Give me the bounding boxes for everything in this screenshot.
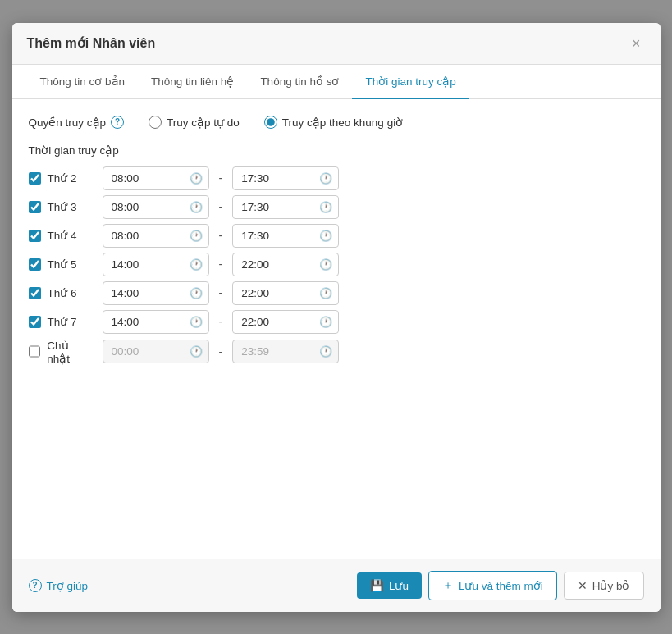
modal-footer: ? Trợ giúp 💾 Lưu ＋ Lưu và thêm mới ✕ Hủy…	[12, 559, 661, 612]
day-checkbox-thu6[interactable]	[29, 287, 41, 299]
tab-profile[interactable]: Thông tin hồ sơ	[247, 65, 352, 99]
schedule-row: Thứ 6 🕐 - 🕐	[29, 281, 644, 305]
end-time-wrap-thu7: 🕐	[232, 310, 339, 334]
day-checkbox-thu3[interactable]	[29, 201, 41, 213]
schedule-grid: Thứ 2 🕐 - 🕐 Thứ 3 🕐 - 🕐	[29, 166, 644, 365]
start-time-wrap-thu6: 🕐	[103, 281, 209, 305]
start-time-wrap-chunhat: 🕐	[103, 340, 209, 363]
start-time-wrap-thu7: 🕐	[103, 310, 209, 334]
radio-free-input[interactable]	[149, 116, 162, 129]
start-time-thu6[interactable]	[103, 281, 209, 305]
day-label-chunhat: Chủ nhật	[47, 339, 94, 365]
schedule-row: Thứ 7 🕐 - 🕐	[29, 310, 644, 334]
day-checkbox-wrap: Thứ 3	[29, 200, 94, 213]
day-checkbox-wrap: Thứ 6	[29, 286, 94, 299]
tab-basic[interactable]: Thông tin cơ bản	[27, 65, 139, 99]
schedule-row: Thứ 4 🕐 - 🕐	[29, 224, 644, 248]
day-checkbox-wrap: Thứ 4	[29, 229, 94, 242]
start-time-wrap-thu2: 🕐	[103, 166, 209, 190]
separator-chunhat: -	[219, 345, 223, 358]
close-button[interactable]: ×	[627, 34, 646, 52]
start-time-thu7[interactable]	[103, 310, 209, 334]
modal-overlay: Thêm mới Nhân viên × Thông tin cơ bản Th…	[0, 0, 672, 634]
footer-actions: 💾 Lưu ＋ Lưu và thêm mới ✕ Hủy bỏ	[357, 571, 644, 600]
help-footer-icon: ?	[29, 579, 42, 592]
tab-bar: Thông tin cơ bản Thông tin liên hệ Thông…	[12, 65, 661, 99]
start-time-thu3[interactable]	[103, 195, 209, 219]
separator-thu4: -	[219, 229, 223, 242]
save-button[interactable]: 💾 Lưu	[357, 572, 422, 599]
radio-schedule-input[interactable]	[264, 116, 277, 129]
tab-access[interactable]: Thời gian truy cập	[352, 65, 469, 99]
start-time-chunhat	[103, 340, 209, 363]
separator-thu3: -	[219, 200, 223, 213]
access-label: Quyền truy cập ?	[29, 116, 125, 129]
modal-header: Thêm mới Nhân viên ×	[12, 23, 661, 65]
end-time-thu7[interactable]	[232, 310, 339, 334]
plus-icon: ＋	[442, 578, 454, 593]
day-label-thu5: Thứ 5	[48, 258, 77, 271]
day-checkbox-chunhat[interactable]	[29, 345, 41, 358]
day-checkbox-thu7[interactable]	[29, 316, 41, 328]
day-checkbox-wrap: Chủ nhật	[29, 339, 94, 365]
start-time-wrap-thu4: 🕐	[103, 224, 209, 248]
end-time-thu5[interactable]	[232, 253, 339, 276]
help-link[interactable]: ? Trợ giúp	[29, 579, 89, 592]
schedule-section-title: Thời gian truy cập	[29, 144, 644, 157]
modal-body: Quyền truy cập ? Truy cập tự do Truy cập…	[12, 99, 661, 559]
schedule-row: Chủ nhật 🕐 - 🕐	[29, 339, 644, 365]
end-time-thu2[interactable]	[232, 166, 339, 190]
end-time-wrap-thu6: 🕐	[232, 281, 339, 305]
cancel-button[interactable]: ✕ Hủy bỏ	[564, 572, 644, 600]
day-checkbox-thu2[interactable]	[29, 172, 41, 185]
start-time-thu4[interactable]	[103, 224, 209, 248]
end-time-chunhat	[232, 340, 339, 363]
help-icon[interactable]: ?	[111, 116, 124, 129]
separator-thu5: -	[219, 258, 223, 271]
start-time-wrap-thu5: 🕐	[103, 253, 209, 276]
day-label-thu7: Thứ 7	[48, 315, 77, 328]
end-time-thu3[interactable]	[232, 195, 339, 219]
day-label-thu4: Thứ 4	[48, 229, 77, 242]
schedule-row: Thứ 5 🕐 - 🕐	[29, 253, 644, 276]
separator-thu2: -	[219, 171, 223, 185]
separator-thu6: -	[219, 286, 223, 299]
radio-schedule-access[interactable]: Truy cập theo khung giờ	[264, 116, 403, 129]
modal-title: Thêm mới Nhân viên	[27, 35, 156, 51]
day-checkbox-thu5[interactable]	[29, 258, 41, 271]
access-rights-row: Quyền truy cập ? Truy cập tự do Truy cập…	[29, 116, 644, 129]
end-time-wrap-thu5: 🕐	[232, 253, 339, 276]
end-time-wrap-thu3: 🕐	[232, 195, 339, 219]
end-time-thu6[interactable]	[232, 281, 339, 305]
radio-free-access[interactable]: Truy cập tự do	[149, 116, 240, 129]
end-time-wrap-thu2: 🕐	[232, 166, 339, 190]
day-label-thu2: Thứ 2	[48, 171, 77, 185]
tab-contact[interactable]: Thông tin liên hệ	[138, 65, 247, 99]
day-checkbox-wrap: Thứ 2	[29, 171, 94, 185]
save-icon: 💾	[370, 579, 384, 592]
save-add-button[interactable]: ＋ Lưu và thêm mới	[428, 571, 557, 600]
modal-dialog: Thêm mới Nhân viên × Thông tin cơ bản Th…	[12, 23, 661, 612]
start-time-thu5[interactable]	[103, 253, 209, 276]
start-time-wrap-thu3: 🕐	[103, 195, 209, 219]
schedule-row: Thứ 3 🕐 - 🕐	[29, 195, 644, 219]
cancel-icon: ✕	[578, 579, 587, 592]
day-checkbox-wrap: Thứ 5	[29, 258, 94, 271]
day-checkbox-thu4[interactable]	[29, 230, 41, 242]
end-time-wrap-thu4: 🕐	[232, 224, 339, 248]
day-checkbox-wrap: Thứ 7	[29, 315, 94, 328]
day-label-thu6: Thứ 6	[48, 286, 77, 299]
day-label-thu3: Thứ 3	[48, 200, 77, 213]
end-time-wrap-chunhat: 🕐	[232, 340, 339, 363]
separator-thu7: -	[219, 315, 223, 328]
start-time-thu2[interactable]	[103, 166, 209, 190]
schedule-row: Thứ 2 🕐 - 🕐	[29, 166, 644, 190]
end-time-thu4[interactable]	[232, 224, 339, 248]
